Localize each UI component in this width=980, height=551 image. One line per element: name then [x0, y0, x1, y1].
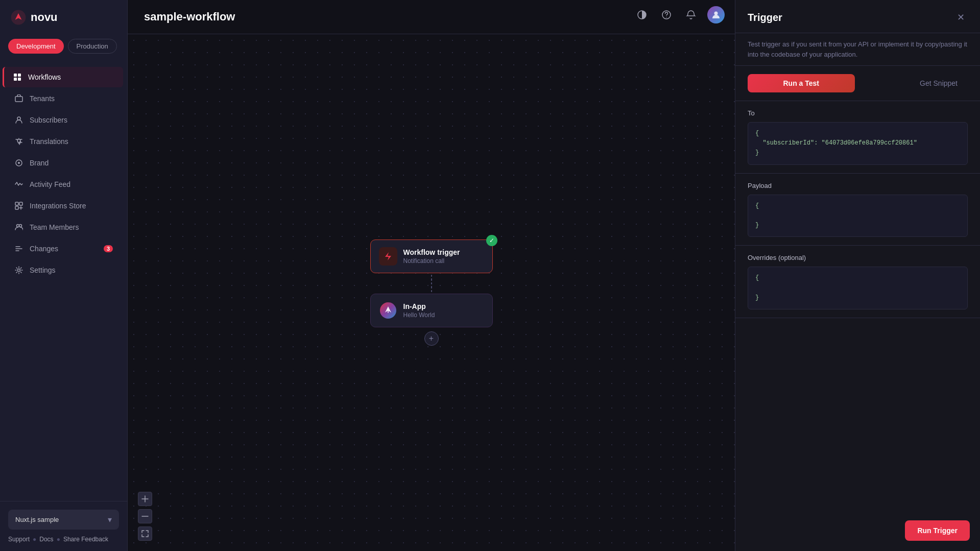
sidebar-item-workflows[interactable]: Workflows	[3, 67, 123, 87]
sidebar-item-brand[interactable]: Brand	[4, 153, 123, 173]
chevron-down-icon: ▾	[108, 515, 112, 524]
inapp-node-title: In-App	[403, 302, 484, 310]
sidebar-label-activity-feed: Activity Feed	[30, 180, 70, 188]
workflow-canvas[interactable]: ✓ Workflow trigger Notification call	[128, 34, 735, 551]
production-env-button[interactable]: Production	[68, 39, 117, 54]
sidebar-label-integrations: Integrations Store	[30, 202, 86, 210]
inapp-node-info: In-App Hello World	[403, 302, 484, 319]
inapp-node-icon	[379, 301, 397, 320]
novu-logo-icon	[10, 9, 27, 26]
panel-actions: Run a Test Get Snippet	[735, 66, 980, 101]
svg-point-13	[19, 225, 22, 227]
sidebar-label-brand: Brand	[30, 159, 49, 167]
changes-icon	[14, 244, 23, 253]
svg-rect-4	[18, 78, 21, 81]
sidebar-label-translations: Translations	[30, 137, 68, 146]
sidebar-item-translations[interactable]: Translations	[4, 131, 123, 152]
node-check-icon: ✓	[486, 235, 497, 246]
trigger-node-icon	[379, 247, 397, 266]
sidebar-item-settings[interactable]: Settings	[4, 260, 123, 280]
overrides-section: Overrides (optional) {}	[735, 246, 980, 318]
svg-rect-10	[19, 202, 22, 205]
panel-close-button[interactable]: ✕	[953, 10, 968, 25]
sidebar-nav: Workflows Tenants Subscribers	[0, 62, 127, 501]
app-name: novu	[31, 11, 58, 24]
trigger-node[interactable]: ✓ Workflow trigger Notification call	[370, 239, 493, 273]
sidebar-item-activity-feed[interactable]: Activity Feed	[4, 174, 123, 195]
help-icon[interactable]	[658, 7, 675, 23]
contrast-icon[interactable]	[634, 7, 650, 23]
panel-header: Trigger ✕	[735, 0, 980, 33]
inapp-node[interactable]: In-App Hello World	[370, 294, 493, 327]
run-trigger-button[interactable]: Run Trigger	[905, 520, 970, 541]
svg-rect-1	[14, 74, 17, 77]
to-section: To { "subscriberId": "64073d06efe8a799cc…	[735, 101, 980, 174]
svg-rect-9	[15, 202, 18, 205]
svg-point-6	[17, 117, 20, 120]
svg-point-14	[18, 269, 20, 272]
docs-link[interactable]: Docs	[39, 536, 53, 543]
sidebar-footer: Nuxt.js sample ▾ Support ● Docs ● Share …	[0, 501, 127, 551]
tenants-icon	[14, 94, 23, 103]
overrides-label: Overrides (optional)	[748, 254, 968, 261]
org-selector[interactable]: Nuxt.js sample ▾	[8, 510, 119, 530]
svg-point-18	[714, 12, 718, 15]
nodes-container: ✓ Workflow trigger Notification call	[370, 239, 493, 346]
payload-label: Payload	[748, 182, 968, 189]
panel-title: Trigger	[748, 12, 782, 23]
overrides-code-block[interactable]: {}	[748, 267, 968, 309]
sidebar-item-team-members[interactable]: Team Members	[4, 217, 123, 237]
team-icon	[14, 223, 23, 232]
changes-badge: 3	[104, 245, 113, 252]
node-connector	[431, 273, 432, 294]
canvas-controls	[138, 492, 152, 541]
svg-rect-5	[15, 97, 22, 102]
sidebar-label-workflows: Workflows	[28, 73, 61, 81]
sidebar: novu Development Production Workflows	[0, 0, 128, 551]
grid-icon	[13, 73, 22, 82]
translations-icon	[14, 137, 23, 146]
zoom-in-button[interactable]	[138, 492, 152, 506]
share-feedback-link[interactable]: Share Feedback	[63, 536, 108, 543]
to-code-block[interactable]: { "subscriberId": "64073d06efe8a799ccf20…	[748, 122, 968, 165]
activity-icon	[14, 180, 23, 189]
bell-icon[interactable]	[683, 7, 699, 23]
env-switcher: Development Production	[0, 35, 127, 62]
svg-rect-2	[18, 74, 21, 77]
get-snippet-button[interactable]: Get Snippet	[861, 74, 968, 92]
integrations-icon	[14, 201, 23, 210]
fit-view-button[interactable]	[138, 526, 152, 541]
sidebar-item-changes[interactable]: Changes 3	[4, 238, 123, 259]
inapp-node-subtitle: Hello World	[403, 312, 484, 319]
svg-rect-11	[15, 206, 18, 209]
sidebar-label-tenants: Tenants	[30, 94, 55, 103]
avatar[interactable]	[707, 6, 725, 23]
footer-dot-2: ●	[57, 536, 60, 543]
subscribers-icon	[14, 115, 23, 125]
trigger-node-subtitle: Notification call	[403, 257, 484, 265]
to-label: To	[748, 109, 968, 117]
sidebar-item-subscribers[interactable]: Subscribers	[4, 110, 123, 130]
sidebar-item-tenants[interactable]: Tenants	[4, 88, 123, 109]
org-name: Nuxt.js sample	[15, 516, 59, 523]
sidebar-item-integrations[interactable]: Integrations Store	[4, 196, 123, 216]
trigger-node-title: Workflow trigger	[403, 248, 484, 256]
development-env-button[interactable]: Development	[8, 39, 64, 54]
zoom-out-button[interactable]	[138, 509, 152, 523]
support-link[interactable]: Support	[8, 536, 30, 543]
footer-links: Support ● Docs ● Share Feedback	[8, 536, 119, 543]
workflow-title: sample-workflow	[144, 10, 235, 23]
sidebar-label-changes: Changes	[30, 245, 58, 253]
sidebar-label-subscribers: Subscribers	[30, 116, 67, 124]
payload-code-block[interactable]: {}	[748, 195, 968, 237]
payload-section: Payload {}	[735, 174, 980, 246]
settings-icon	[14, 266, 23, 275]
svg-point-8	[18, 162, 20, 164]
sidebar-label-team-members: Team Members	[30, 223, 79, 231]
sidebar-logo: novu	[0, 0, 127, 35]
run-test-button[interactable]: Run a Test	[748, 74, 855, 92]
brand-icon	[14, 158, 23, 167]
main-content: sample-workflow ✓ Workflow trigger Notif…	[128, 0, 735, 551]
sidebar-label-settings: Settings	[30, 266, 56, 274]
add-node-button[interactable]: +	[424, 331, 439, 346]
